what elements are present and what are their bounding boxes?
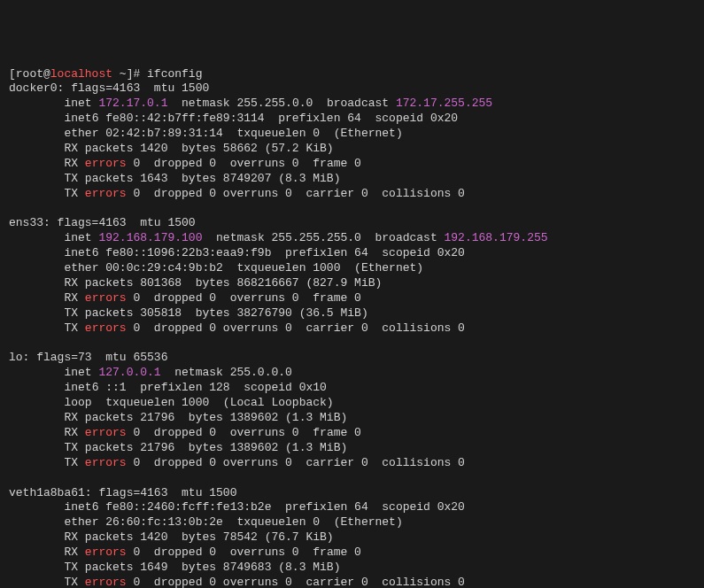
tx-packets: TX packets 305818 bytes 38276790 (36.5 M… <box>64 306 367 320</box>
inet-addr: 192.168.179.100 <box>98 231 202 244</box>
rx-err-word: errors <box>85 157 127 170</box>
tx-err-rest: 0 dropped 0 overruns 0 carrier 0 collisi… <box>127 321 465 335</box>
rx-packets: RX packets 1420 bytes 78542 (76.7 KiB) <box>64 530 333 544</box>
ether-line: ether 26:60:fc:13:0b:2e txqueuelen 0 (Et… <box>64 515 402 529</box>
tx-packets: TX packets 1649 bytes 8749683 (8.3 MiB) <box>64 561 340 574</box>
inet6-line: inet6 ::1 prefixlen 128 scopeid 0x10 <box>64 381 326 394</box>
inet-rest: netmask 255.0.0.0 <box>161 366 292 379</box>
iface-name: docker0: <box>9 81 71 95</box>
rx-err-word: errors <box>85 426 127 439</box>
tx-err-rest: 0 dropped 0 overruns 0 carrier 0 collisi… <box>127 576 465 588</box>
tx-packets: TX packets 21796 bytes 1389602 (1.3 MiB) <box>64 441 347 454</box>
iface-name: veth1a8ba61: <box>9 486 98 499</box>
iface-flags: flags=4163 mtu 1500 <box>98 486 236 499</box>
inet-label: inet <box>64 97 98 110</box>
rx-packets: RX packets 21796 bytes 1389602 (1.3 MiB) <box>64 411 347 424</box>
tx-err-word: errors <box>85 187 127 200</box>
prompt-suffix: ~]# <box>112 67 147 81</box>
tx-err-label: TX <box>64 456 84 469</box>
tx-err-label: TX <box>64 187 84 200</box>
iface-flags: flags=4163 mtu 1500 <box>58 216 196 229</box>
inet6-line: inet6 fe80::2460:fcff:fe13:b2e prefixlen… <box>64 500 464 514</box>
inet-addr: 127.0.0.1 <box>98 366 160 379</box>
inet-label: inet <box>64 366 98 379</box>
rx-packets: RX packets 1420 bytes 58662 (57.2 KiB) <box>64 142 333 155</box>
inet-label: inet <box>64 231 98 244</box>
iface-name: lo: <box>9 351 36 364</box>
tx-err-word: errors <box>85 321 127 335</box>
terminal-output[interactable]: [root@localhost ~]# ifconfig docker0: fl… <box>9 67 695 588</box>
inet6-line: inet6 fe80::42:b7ff:fe89:3114 prefixlen … <box>64 112 458 125</box>
tx-err-word: errors <box>85 456 127 469</box>
rx-err-label: RX <box>64 426 84 439</box>
broadcast-addr: 172.17.255.255 <box>396 97 492 110</box>
inet6-line: inet6 fe80::1096:22b3:eaa9:f9b prefixlen… <box>64 246 464 259</box>
tx-err-rest: 0 dropped 0 overruns 0 carrier 0 collisi… <box>127 456 465 469</box>
iface-flags: flags=73 mtu 65536 <box>36 351 167 364</box>
inet-rest: netmask 255.255.0.0 broadcast <box>167 97 395 110</box>
ether-line: ether 02:42:b7:89:31:14 txqueuelen 0 (Et… <box>64 127 402 140</box>
rx-err-rest: 0 dropped 0 overruns 0 frame 0 <box>127 426 361 439</box>
ifconfig-output: docker0: flags=4163 mtu 1500 inet 172.17… <box>9 81 695 588</box>
rx-err-rest: 0 dropped 0 overruns 0 frame 0 <box>127 545 361 559</box>
tx-err-label: TX <box>64 576 84 588</box>
prompt-prefix: [root@ <box>9 67 50 81</box>
rx-err-word: errors <box>85 291 127 305</box>
rx-err-rest: 0 dropped 0 overruns 0 frame 0 <box>127 291 361 305</box>
tx-err-label: TX <box>64 321 84 335</box>
rx-err-label: RX <box>64 291 84 305</box>
ether-line: loop txqueuelen 1000 (Local Loopback) <box>64 396 333 409</box>
ether-line: ether 00:0c:29:c4:9b:b2 txqueuelen 1000 … <box>64 261 423 275</box>
rx-err-label: RX <box>64 545 84 559</box>
tx-err-word: errors <box>85 576 127 588</box>
rx-err-rest: 0 dropped 0 overruns 0 frame 0 <box>127 157 361 170</box>
inet-addr: 172.17.0.1 <box>98 97 167 110</box>
tx-err-rest: 0 dropped 0 overruns 0 carrier 0 collisi… <box>127 187 465 200</box>
rx-err-word: errors <box>85 545 127 559</box>
prompt-command: ifconfig <box>147 67 202 81</box>
broadcast-addr: 192.168.179.255 <box>445 231 548 244</box>
iface-name: ens33: <box>9 216 58 229</box>
tx-packets: TX packets 1643 bytes 8749207 (8.3 MiB) <box>64 172 340 185</box>
rx-err-label: RX <box>64 157 84 170</box>
rx-packets: RX packets 801368 bytes 868216667 (827.9… <box>64 276 382 290</box>
iface-flags: flags=4163 mtu 1500 <box>71 81 209 95</box>
prompt-line: [root@localhost ~]# ifconfig <box>9 67 202 81</box>
inet-rest: netmask 255.255.255.0 broadcast <box>202 231 444 244</box>
prompt-host: localhost <box>50 67 112 81</box>
